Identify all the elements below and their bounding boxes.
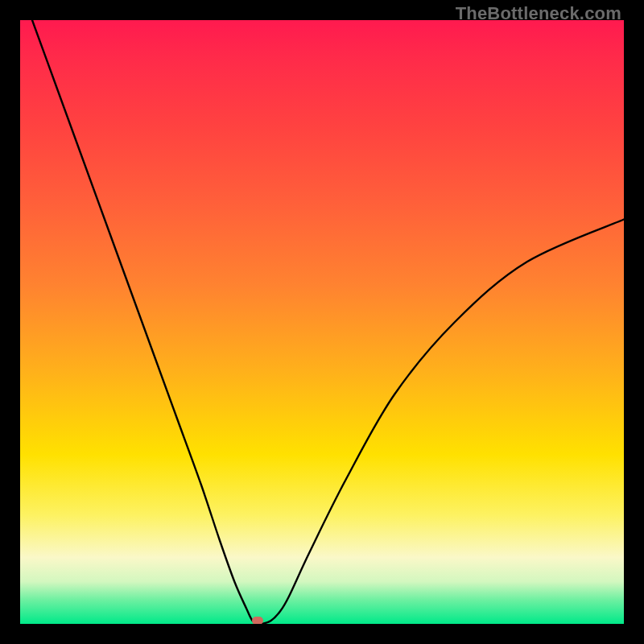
optimum-marker	[252, 617, 263, 624]
chart-frame: TheBottleneck.com	[0, 0, 644, 644]
bottleneck-curve	[20, 20, 624, 624]
watermark-text: TheBottleneck.com	[456, 3, 621, 24]
plot-area	[20, 20, 624, 624]
